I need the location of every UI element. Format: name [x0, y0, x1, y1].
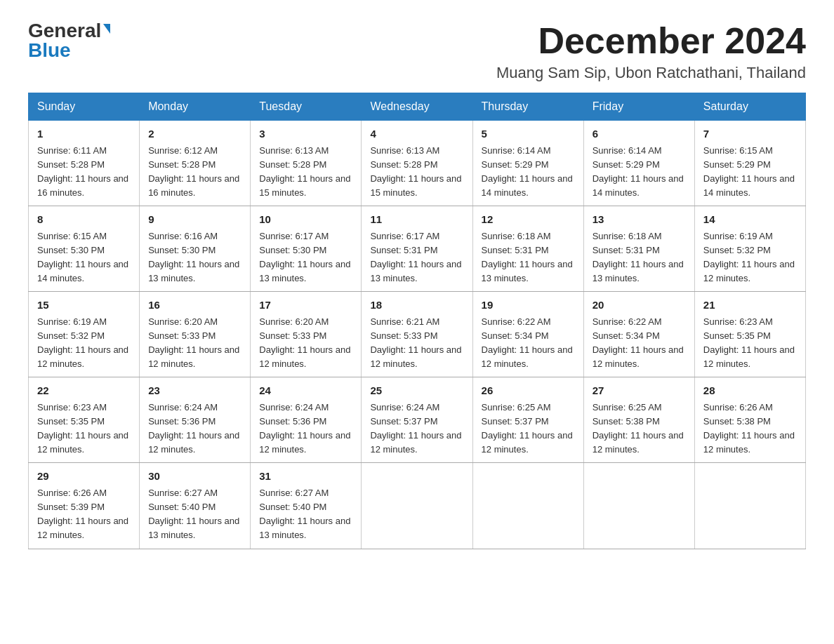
calendar-cell	[472, 463, 583, 549]
header-saturday: Saturday	[694, 93, 805, 121]
day-info: Sunrise: 6:18 AMSunset: 5:31 PMDaylight:…	[593, 231, 684, 283]
calendar-cell: 30Sunrise: 6:27 AMSunset: 5:40 PMDayligh…	[140, 463, 251, 549]
day-info: Sunrise: 6:26 AMSunset: 5:38 PMDaylight:…	[703, 402, 795, 455]
logo-blue-text: Blue	[28, 41, 71, 60]
calendar-cell: 10Sunrise: 6:17 AMSunset: 5:30 PMDayligh…	[251, 206, 362, 292]
calendar-cell: 11Sunrise: 6:17 AMSunset: 5:31 PMDayligh…	[362, 206, 472, 292]
calendar-table: SundayMondayTuesdayWednesdayThursdayFrid…	[28, 93, 806, 549]
day-number: 17	[259, 297, 352, 314]
day-info: Sunrise: 6:24 AMSunset: 5:37 PMDaylight:…	[370, 402, 461, 455]
day-info: Sunrise: 6:19 AMSunset: 5:32 PMDaylight:…	[37, 316, 128, 369]
calendar-cell: 22Sunrise: 6:23 AMSunset: 5:35 PMDayligh…	[29, 377, 140, 463]
day-number: 20	[593, 297, 686, 314]
day-info: Sunrise: 6:14 AMSunset: 5:29 PMDaylight:…	[482, 145, 573, 198]
day-info: Sunrise: 6:27 AMSunset: 5:40 PMDaylight:…	[148, 488, 239, 540]
day-info: Sunrise: 6:13 AMSunset: 5:28 PMDaylight:…	[259, 145, 350, 198]
logo-general-text: General	[28, 21, 101, 41]
calendar-cell: 13Sunrise: 6:18 AMSunset: 5:31 PMDayligh…	[583, 206, 694, 292]
week-row-2: 8Sunrise: 6:15 AMSunset: 5:30 PMDaylight…	[29, 206, 806, 292]
calendar-cell	[362, 463, 472, 549]
header-sunday: Sunday	[29, 93, 140, 121]
day-info: Sunrise: 6:12 AMSunset: 5:28 PMDaylight:…	[148, 145, 239, 198]
day-number: 6	[593, 126, 686, 142]
day-info: Sunrise: 6:20 AMSunset: 5:33 PMDaylight:…	[259, 316, 350, 369]
day-info: Sunrise: 6:23 AMSunset: 5:35 PMDaylight:…	[37, 402, 128, 455]
day-info: Sunrise: 6:16 AMSunset: 5:30 PMDaylight:…	[148, 231, 239, 283]
day-number: 27	[593, 383, 686, 399]
day-number: 31	[259, 469, 352, 485]
day-number: 21	[703, 297, 797, 314]
calendar-cell: 29Sunrise: 6:26 AMSunset: 5:39 PMDayligh…	[29, 463, 140, 549]
calendar-cell: 14Sunrise: 6:19 AMSunset: 5:32 PMDayligh…	[694, 206, 805, 292]
day-info: Sunrise: 6:27 AMSunset: 5:40 PMDaylight:…	[259, 488, 350, 540]
calendar-cell: 16Sunrise: 6:20 AMSunset: 5:33 PMDayligh…	[140, 292, 251, 377]
header-friday: Friday	[583, 93, 694, 121]
calendar-cell: 27Sunrise: 6:25 AMSunset: 5:38 PMDayligh…	[583, 377, 694, 463]
day-number: 2	[148, 126, 241, 142]
day-number: 3	[259, 126, 352, 142]
calendar-cell: 28Sunrise: 6:26 AMSunset: 5:38 PMDayligh…	[694, 377, 805, 463]
calendar-cell	[583, 463, 694, 549]
day-info: Sunrise: 6:22 AMSunset: 5:34 PMDaylight:…	[482, 316, 573, 369]
day-info: Sunrise: 6:17 AMSunset: 5:31 PMDaylight:…	[370, 231, 461, 283]
calendar-cell: 6Sunrise: 6:14 AMSunset: 5:29 PMDaylight…	[583, 121, 694, 206]
day-number: 15	[37, 297, 131, 314]
day-info: Sunrise: 6:18 AMSunset: 5:31 PMDaylight:…	[482, 231, 573, 283]
day-number: 24	[259, 383, 352, 399]
calendar-cell: 25Sunrise: 6:24 AMSunset: 5:37 PMDayligh…	[362, 377, 472, 463]
day-info: Sunrise: 6:21 AMSunset: 5:33 PMDaylight:…	[370, 316, 461, 369]
location-title: Muang Sam Sip, Ubon Ratchathani, Thailan…	[496, 64, 806, 82]
day-info: Sunrise: 6:17 AMSunset: 5:30 PMDaylight:…	[259, 231, 350, 283]
day-number: 23	[148, 383, 241, 399]
month-title: December 2024	[496, 21, 806, 61]
day-number: 29	[37, 469, 131, 485]
calendar-cell: 8Sunrise: 6:15 AMSunset: 5:30 PMDaylight…	[29, 206, 140, 292]
day-number: 9	[148, 212, 241, 228]
calendar-cell: 24Sunrise: 6:24 AMSunset: 5:36 PMDayligh…	[251, 377, 362, 463]
header-monday: Monday	[140, 93, 251, 121]
calendar-cell: 20Sunrise: 6:22 AMSunset: 5:34 PMDayligh…	[583, 292, 694, 377]
day-number: 16	[148, 297, 241, 314]
day-number: 11	[370, 212, 463, 228]
day-info: Sunrise: 6:24 AMSunset: 5:36 PMDaylight:…	[148, 402, 239, 455]
calendar-cell: 21Sunrise: 6:23 AMSunset: 5:35 PMDayligh…	[694, 292, 805, 377]
day-info: Sunrise: 6:14 AMSunset: 5:29 PMDaylight:…	[593, 145, 684, 198]
day-number: 4	[370, 126, 463, 142]
calendar-cell: 7Sunrise: 6:15 AMSunset: 5:29 PMDaylight…	[694, 121, 805, 206]
day-info: Sunrise: 6:24 AMSunset: 5:36 PMDaylight:…	[259, 402, 350, 455]
day-number: 8	[37, 212, 131, 228]
calendar-cell: 17Sunrise: 6:20 AMSunset: 5:33 PMDayligh…	[251, 292, 362, 377]
calendar-cell: 3Sunrise: 6:13 AMSunset: 5:28 PMDaylight…	[251, 121, 362, 206]
calendar-cell: 23Sunrise: 6:24 AMSunset: 5:36 PMDayligh…	[140, 377, 251, 463]
day-number: 7	[703, 126, 797, 142]
day-info: Sunrise: 6:22 AMSunset: 5:34 PMDaylight:…	[593, 316, 684, 369]
calendar-cell: 19Sunrise: 6:22 AMSunset: 5:34 PMDayligh…	[472, 292, 583, 377]
day-number: 25	[370, 383, 463, 399]
calendar-cell: 1Sunrise: 6:11 AMSunset: 5:28 PMDaylight…	[29, 121, 140, 206]
day-info: Sunrise: 6:25 AMSunset: 5:37 PMDaylight:…	[482, 402, 573, 455]
header-wednesday: Wednesday	[362, 93, 472, 121]
day-info: Sunrise: 6:15 AMSunset: 5:29 PMDaylight:…	[703, 145, 795, 198]
week-row-4: 22Sunrise: 6:23 AMSunset: 5:35 PMDayligh…	[29, 377, 806, 463]
day-info: Sunrise: 6:25 AMSunset: 5:38 PMDaylight:…	[593, 402, 684, 455]
calendar-cell: 5Sunrise: 6:14 AMSunset: 5:29 PMDaylight…	[472, 121, 583, 206]
header-tuesday: Tuesday	[251, 93, 362, 121]
day-number: 12	[482, 212, 575, 228]
calendar-cell: 12Sunrise: 6:18 AMSunset: 5:31 PMDayligh…	[472, 206, 583, 292]
day-number: 22	[37, 383, 131, 399]
header: General Blue December 2024 Muang Sam Sip…	[28, 21, 806, 82]
calendar-cell: 31Sunrise: 6:27 AMSunset: 5:40 PMDayligh…	[251, 463, 362, 549]
day-number: 13	[593, 212, 686, 228]
title-area: December 2024 Muang Sam Sip, Ubon Ratcha…	[496, 21, 806, 82]
header-row: SundayMondayTuesdayWednesdayThursdayFrid…	[29, 93, 806, 121]
day-number: 19	[482, 297, 575, 314]
day-info: Sunrise: 6:15 AMSunset: 5:30 PMDaylight:…	[37, 231, 128, 283]
day-info: Sunrise: 6:26 AMSunset: 5:39 PMDaylight:…	[37, 488, 128, 540]
calendar-cell: 4Sunrise: 6:13 AMSunset: 5:28 PMDaylight…	[362, 121, 472, 206]
calendar-cell: 18Sunrise: 6:21 AMSunset: 5:33 PMDayligh…	[362, 292, 472, 377]
day-info: Sunrise: 6:13 AMSunset: 5:28 PMDaylight:…	[370, 145, 461, 198]
calendar-cell: 15Sunrise: 6:19 AMSunset: 5:32 PMDayligh…	[29, 292, 140, 377]
day-number: 26	[482, 383, 575, 399]
day-info: Sunrise: 6:23 AMSunset: 5:35 PMDaylight:…	[703, 316, 795, 369]
header-thursday: Thursday	[472, 93, 583, 121]
